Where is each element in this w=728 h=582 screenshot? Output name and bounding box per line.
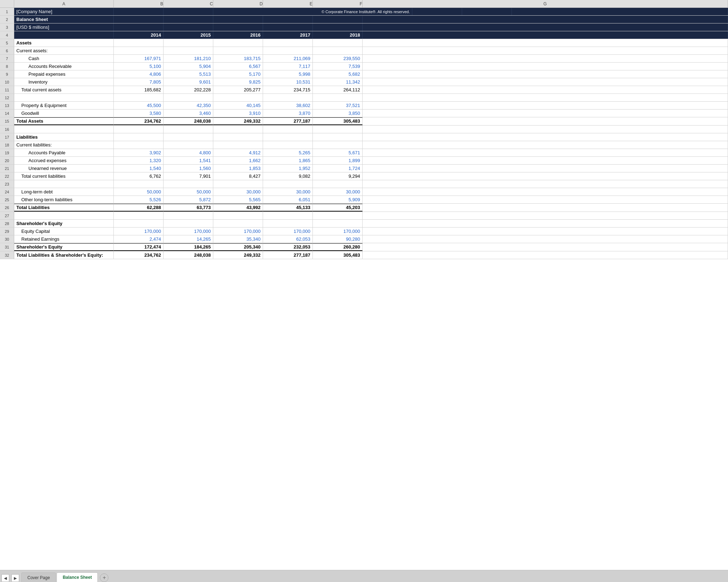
cell-22-e[interactable]: 9,082: [263, 172, 313, 180]
cell-11-b[interactable]: 185,682: [114, 86, 164, 94]
cell-14-b[interactable]: 3,580: [114, 110, 164, 117]
cell-8-g[interactable]: [363, 63, 728, 70]
cell-13-c[interactable]: 42,350: [164, 102, 213, 109]
cell-10-d[interactable]: 9,825: [213, 78, 263, 86]
cell-8-c[interactable]: 5,904: [164, 63, 213, 70]
cell-14-a[interactable]: Goodwill: [14, 110, 114, 117]
cell-17-b[interactable]: [114, 133, 164, 141]
cell-24-g[interactable]: [363, 188, 728, 196]
cell-8-e[interactable]: 7,117: [263, 63, 313, 70]
cell-32-g[interactable]: [363, 251, 728, 259]
cell-11-g[interactable]: [363, 86, 728, 94]
cell-17-c[interactable]: [164, 133, 213, 141]
cell-15-e[interactable]: 277,187: [263, 117, 313, 125]
cell-30-a[interactable]: Retained Earnings: [14, 235, 114, 243]
cell-26-d[interactable]: 43,992: [213, 204, 263, 212]
cell-6-b[interactable]: [114, 47, 164, 54]
cell-7-e[interactable]: 211,069: [263, 55, 313, 62]
cell-29-d[interactable]: 170,000: [213, 228, 263, 235]
cell-5-f[interactable]: [313, 39, 363, 47]
cell-1-f[interactable]: [462, 8, 512, 15]
cell-13-f[interactable]: 37,521: [313, 102, 363, 109]
cell-21-e[interactable]: 1,952: [263, 165, 313, 172]
cell-1-e[interactable]: [412, 8, 462, 15]
tab-next-btn[interactable]: ▶: [11, 574, 19, 582]
cell-4-c[interactable]: 2015: [164, 31, 213, 39]
cell-15-f[interactable]: 305,483: [313, 117, 363, 125]
cell-32-c[interactable]: 248,038: [164, 251, 213, 259]
cell-5-a[interactable]: Assets: [14, 39, 114, 47]
cell-27-f[interactable]: [313, 212, 363, 219]
cell-5-d[interactable]: [213, 39, 263, 47]
cell-23-e[interactable]: [263, 180, 313, 188]
cell-32-a[interactable]: Total Liabilities & Shareholder's Equity…: [14, 251, 114, 259]
cell-13-b[interactable]: 45,500: [114, 102, 164, 109]
cell-25-c[interactable]: 5,872: [164, 196, 213, 203]
cell-23-f[interactable]: [313, 180, 363, 188]
cell-20-f[interactable]: 1,899: [313, 157, 363, 164]
cell-3-c[interactable]: [164, 23, 213, 31]
cell-8-b[interactable]: 5,100: [114, 63, 164, 70]
cell-28-e[interactable]: [263, 220, 313, 227]
cell-24-b[interactable]: 50,000: [114, 188, 164, 196]
cell-21-d[interactable]: 1,853: [213, 165, 263, 172]
cell-1-g[interactable]: [512, 8, 728, 15]
cell-3-g[interactable]: [363, 23, 728, 31]
cell-14-d[interactable]: 3,910: [213, 110, 263, 117]
tab-prev-btn[interactable]: ◀: [1, 574, 9, 582]
cell-16-c[interactable]: [164, 126, 213, 133]
cell-6-g[interactable]: [363, 47, 728, 54]
cell-16-b[interactable]: [114, 126, 164, 133]
cell-31-c[interactable]: 184,265: [164, 243, 213, 251]
cell-25-d[interactable]: 5,565: [213, 196, 263, 203]
cell-29-a[interactable]: Equity Capital: [14, 228, 114, 235]
cell-22-d[interactable]: 8,427: [213, 172, 263, 180]
cell-14-f[interactable]: 3,850: [313, 110, 363, 117]
cell-9-d[interactable]: 5,170: [213, 70, 263, 78]
cell-13-e[interactable]: 38,602: [263, 102, 313, 109]
col-header-f[interactable]: F: [313, 0, 363, 7]
cell-28-f[interactable]: [313, 220, 363, 227]
cell-8-d[interactable]: 6,567: [213, 63, 263, 70]
cell-27-g[interactable]: [363, 212, 728, 219]
cell-7-g[interactable]: [363, 55, 728, 62]
cell-17-e[interactable]: [263, 133, 313, 141]
cell-19-b[interactable]: 3,902: [114, 149, 164, 156]
cell-11-d[interactable]: 205,277: [213, 86, 263, 94]
cell-32-d[interactable]: 249,332: [213, 251, 263, 259]
cell-18-b[interactable]: [114, 141, 164, 149]
cell-9-f[interactable]: 5,682: [313, 70, 363, 78]
cell-20-d[interactable]: 1,662: [213, 157, 263, 164]
cell-11-f[interactable]: 264,112: [313, 86, 363, 94]
cell-4-d[interactable]: 2016: [213, 31, 263, 39]
cell-30-d[interactable]: 35,340: [213, 235, 263, 243]
cell-15-g[interactable]: [363, 117, 728, 125]
cell-2-d[interactable]: [213, 16, 263, 23]
cell-9-g[interactable]: [363, 70, 728, 78]
cell-11-a[interactable]: Total current assets: [14, 86, 114, 94]
cell-17-g[interactable]: [363, 133, 728, 141]
col-header-b[interactable]: B: [114, 0, 164, 7]
cell-20-a[interactable]: Accrued expenses: [14, 157, 114, 164]
cell-16-a[interactable]: [14, 126, 114, 133]
cell-31-f[interactable]: 260,280: [313, 243, 363, 251]
cell-26-a[interactable]: Total Liabilities: [14, 204, 114, 212]
cell-2-e[interactable]: [263, 16, 313, 23]
cell-15-a[interactable]: Total Assets: [14, 117, 114, 125]
cell-20-g[interactable]: [363, 157, 728, 164]
cell-5-e[interactable]: [263, 39, 313, 47]
cell-31-a[interactable]: Shareholder's Equity: [14, 243, 114, 251]
cell-14-e[interactable]: 3,870: [263, 110, 313, 117]
cell-30-b[interactable]: 2,474: [114, 235, 164, 243]
cell-25-f[interactable]: 5,909: [313, 196, 363, 203]
cell-11-e[interactable]: 234,715: [263, 86, 313, 94]
cell-24-d[interactable]: 30,000: [213, 188, 263, 196]
cell-9-a[interactable]: Prepaid expenses: [14, 70, 114, 78]
cell-9-c[interactable]: 5,513: [164, 70, 213, 78]
cell-24-c[interactable]: 50,000: [164, 188, 213, 196]
cell-29-b[interactable]: 170,000: [114, 228, 164, 235]
cell-27-c[interactable]: [164, 212, 213, 219]
cell-23-a[interactable]: [14, 180, 114, 188]
cell-2-g[interactable]: [363, 16, 728, 23]
cell-29-f[interactable]: 170,000: [313, 228, 363, 235]
